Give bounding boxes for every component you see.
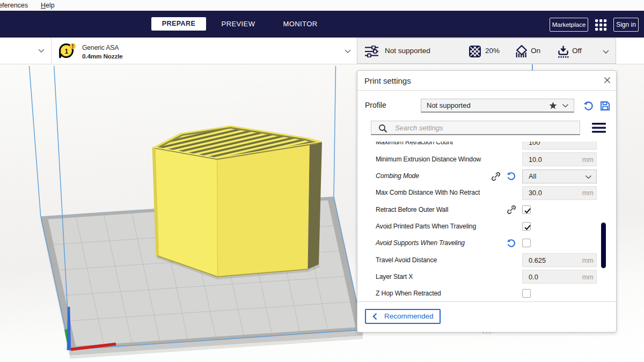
svg-text:1: 1 xyxy=(64,48,68,55)
svg-text:!: ! xyxy=(72,43,74,49)
